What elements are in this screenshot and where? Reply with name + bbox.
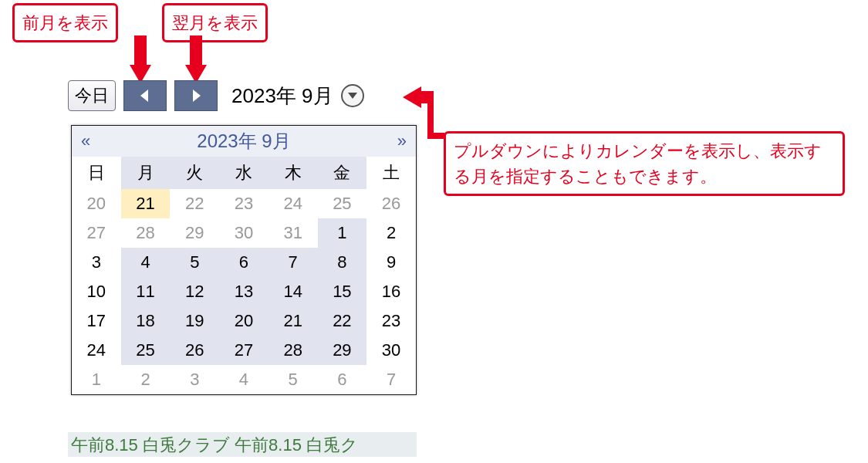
- weekday-header-cell: 土: [366, 157, 416, 189]
- calendar-day-cell[interactable]: 22: [170, 189, 219, 218]
- calendar-day-cell[interactable]: 7: [269, 248, 318, 277]
- current-year-month-label: 2023年 9月: [231, 83, 333, 110]
- calendar-day-cell[interactable]: 22: [318, 306, 367, 336]
- calendar-toolbar: 今日 2023年 9月: [68, 80, 364, 111]
- triangle-left-icon: [139, 88, 151, 103]
- svg-marker-1: [193, 90, 201, 102]
- weekday-header-cell: 月: [121, 157, 171, 189]
- calendar-day-cell[interactable]: 2: [366, 218, 416, 248]
- weekday-header-cell: 木: [269, 157, 318, 189]
- calendar-day-cell[interactable]: 17: [72, 306, 121, 336]
- calendar-week-row: 20212223242526: [72, 189, 416, 218]
- arrow-stem: [427, 91, 434, 133]
- svg-marker-0: [140, 90, 148, 102]
- calendar-day-cell[interactable]: 23: [219, 189, 269, 218]
- calendar-day-cell[interactable]: 23: [366, 306, 416, 336]
- month-dropdown-button[interactable]: [341, 84, 364, 107]
- arrow-stem: [427, 133, 444, 139]
- popup-year-month-label: 2023年 9月: [197, 129, 290, 154]
- annotation-dropdown-note: プルダウンによりカレンダーを表示し、表示する月を指定することもできます。: [444, 131, 845, 196]
- calendar-day-cell[interactable]: 8: [318, 248, 367, 277]
- calendar-week-row: 1234567: [72, 365, 416, 394]
- calendar-day-cell[interactable]: 13: [219, 277, 269, 306]
- weekday-header-cell: 金: [318, 157, 367, 189]
- calendar-day-cell[interactable]: 4: [219, 365, 269, 394]
- calendar-day-cell[interactable]: 28: [269, 336, 318, 365]
- calendar-day-cell[interactable]: 7: [366, 365, 416, 394]
- calendar-day-cell[interactable]: 5: [170, 248, 219, 277]
- calendar-day-cell[interactable]: 29: [318, 336, 367, 365]
- calendar-day-cell[interactable]: 26: [170, 336, 219, 365]
- calendar-day-cell[interactable]: 3: [72, 248, 121, 277]
- calendar-day-cell[interactable]: 27: [72, 218, 121, 248]
- calendar-day-cell[interactable]: 29: [170, 218, 219, 248]
- calendar-day-cell[interactable]: 1: [72, 365, 121, 394]
- calendar-day-cell[interactable]: 27: [219, 336, 269, 365]
- calendar-day-cell[interactable]: 10: [72, 277, 121, 306]
- weekday-header-cell: 水: [219, 157, 269, 189]
- today-button[interactable]: 今日: [68, 80, 116, 111]
- calendar-day-cell[interactable]: 24: [72, 336, 121, 365]
- calendar-day-cell[interactable]: 30: [366, 336, 416, 365]
- calendar-day-cell[interactable]: 6: [318, 365, 367, 394]
- calendar-day-cell[interactable]: 25: [318, 189, 367, 218]
- chevron-down-icon: [347, 92, 358, 100]
- calendar-day-cell[interactable]: 28: [121, 218, 171, 248]
- calendar-day-cell[interactable]: 2: [121, 365, 171, 394]
- calendar-day-cell[interactable]: 20: [219, 306, 269, 336]
- month-picker-grid: 日月火水木金土 20212223242526272829303112345678…: [72, 157, 416, 394]
- annotation-next-month: 翌月を表示: [162, 3, 268, 42]
- month-picker-popup: « 2023年 9月 » 日月火水木金土 2021222324252627282…: [71, 125, 417, 395]
- calendar-day-cell[interactable]: 21: [269, 306, 318, 336]
- calendar-day-cell[interactable]: 3: [170, 365, 219, 394]
- calendar-day-cell[interactable]: 9: [366, 248, 416, 277]
- calendar-day-cell[interactable]: 12: [170, 277, 219, 306]
- prev-month-button[interactable]: [123, 80, 167, 111]
- arrow-left-icon: [403, 86, 421, 108]
- calendar-day-cell[interactable]: 18: [121, 306, 171, 336]
- popup-prev-month-button[interactable]: «: [81, 131, 90, 151]
- calendar-week-row: 3456789: [72, 248, 416, 277]
- weekday-header-cell: 火: [170, 157, 219, 189]
- arrow-stem: [134, 35, 147, 65]
- popup-next-month-button[interactable]: »: [397, 131, 407, 151]
- calendar-day-cell[interactable]: 4: [121, 248, 171, 277]
- calendar-day-cell[interactable]: 5: [269, 365, 318, 394]
- calendar-week-row: 24252627282930: [72, 336, 416, 365]
- calendar-day-cell[interactable]: 19: [170, 306, 219, 336]
- calendar-day-cell[interactable]: 15: [318, 277, 367, 306]
- annotation-prev-month: 前月を表示: [12, 3, 118, 42]
- background-event-text: 午前8.15 白兎クラブ 午前8.15 白兎ク: [71, 434, 417, 457]
- calendar-day-cell[interactable]: 31: [269, 218, 318, 248]
- month-picker-header: « 2023年 9月 »: [72, 126, 416, 157]
- calendar-day-cell[interactable]: 21: [121, 189, 171, 218]
- calendar-day-cell[interactable]: 1: [318, 218, 367, 248]
- triangle-right-icon: [190, 88, 202, 103]
- calendar-day-cell[interactable]: 26: [366, 189, 416, 218]
- weekday-header-row: 日月火水木金土: [72, 157, 416, 189]
- calendar-day-cell[interactable]: 30: [219, 218, 269, 248]
- calendar-day-cell[interactable]: 20: [72, 189, 121, 218]
- calendar-day-cell[interactable]: 6: [219, 248, 269, 277]
- calendar-day-cell[interactable]: 14: [269, 277, 318, 306]
- calendar-day-cell[interactable]: 11: [121, 277, 171, 306]
- arrow-stem: [190, 35, 202, 65]
- calendar-day-cell[interactable]: 16: [366, 277, 416, 306]
- calendar-week-row: 10111213141516: [72, 277, 416, 306]
- calendar-week-row: 272829303112: [72, 218, 416, 248]
- weekday-header-cell: 日: [72, 157, 121, 189]
- calendar-week-row: 17181920212223: [72, 306, 416, 336]
- calendar-day-cell[interactable]: 25: [121, 336, 171, 365]
- svg-marker-2: [348, 93, 357, 99]
- next-month-button[interactable]: [174, 80, 218, 111]
- calendar-day-cell[interactable]: 24: [269, 189, 318, 218]
